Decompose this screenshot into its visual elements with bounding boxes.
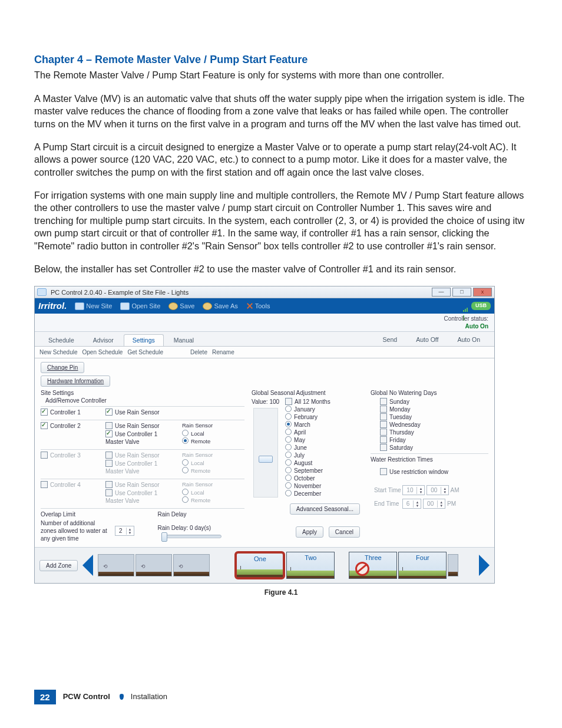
end-hour[interactable]: 6▲▼ [402, 499, 422, 509]
zone-placeholder: ⟲ [135, 554, 172, 577]
start-hour[interactable]: 10▲▼ [402, 485, 425, 495]
tab-auto-on[interactable]: Auto On [448, 334, 490, 347]
month-label: October [294, 475, 315, 482]
rain-delay-slider[interactable] [161, 535, 222, 538]
month-radio-may[interactable] [285, 436, 292, 443]
add-zone-button[interactable]: Add Zone [39, 560, 78, 571]
month-radio-june[interactable] [285, 444, 292, 450]
zone-placeholder: ⟲ [173, 554, 210, 577]
menu-open-site[interactable]: Open Site [120, 302, 160, 310]
tab-auto-off[interactable]: Auto Off [406, 334, 448, 347]
footer-section: Installation [131, 692, 167, 702]
window-titlebar: PC Control 2.0.40 - Example of Site File… [35, 286, 494, 298]
use-restriction-checkbox[interactable] [380, 468, 387, 475]
sub-rename[interactable]: Rename [212, 348, 234, 356]
use-rain-sensor-checkbox[interactable] [105, 422, 113, 429]
change-pin-button[interactable]: Change Pin [41, 362, 84, 373]
paragraph-3: A Pump Start circuit is a circuit design… [34, 141, 528, 179]
day-checkbox-friday[interactable] [380, 436, 387, 443]
zone-scroll-left[interactable] [82, 555, 93, 576]
overlap-desc: Number of additional zones allowed to wa… [41, 519, 111, 542]
footer-title: PCW Control [63, 692, 110, 702]
month-label: December [294, 490, 321, 497]
day-checkbox-monday[interactable] [380, 406, 387, 413]
zone-one[interactable]: One [234, 551, 285, 579]
minimize-button[interactable]: — [432, 288, 451, 297]
day-label: Wednesday [389, 421, 421, 428]
zone-two[interactable]: Two [286, 552, 335, 579]
all-months-checkbox[interactable] [285, 398, 292, 405]
day-checkbox-tuesday[interactable] [380, 413, 387, 420]
gsa-slider[interactable] [253, 408, 278, 498]
month-radio-december[interactable] [285, 490, 292, 496]
tab-manual[interactable]: Manual [165, 334, 203, 347]
advanced-seasonal-button[interactable]: Advanced Seasonal... [290, 503, 360, 515]
start-ampm: AM [451, 487, 459, 493]
controller-name: Controller 1 [50, 409, 81, 416]
rain-delay-title: Rain Delay [158, 510, 244, 518]
hardware-info-button[interactable]: Hardware Information [41, 375, 110, 387]
sub-get-schedule[interactable]: Get Schedule [127, 348, 163, 356]
window-title: PC Control 2.0.40 - Example of Site File… [51, 288, 189, 297]
zone-placeholder-end [448, 554, 458, 577]
tab-settings[interactable]: Settings [124, 334, 164, 347]
zone-four[interactable]: Four [398, 552, 447, 579]
apply-button[interactable]: Apply [296, 526, 323, 538]
overlap-spinner[interactable]: 2▲▼ [115, 526, 134, 536]
month-radio-january[interactable] [285, 406, 292, 412]
menu-save[interactable]: Save [168, 302, 194, 310]
brand-logo: Irritrol. [38, 300, 67, 312]
start-min[interactable]: 00▲▼ [427, 485, 449, 495]
controller-status-value: Auto On [465, 323, 488, 330]
save-as-icon [203, 302, 212, 310]
wrt-title: Water Restriction Times [371, 456, 488, 463]
menu-save-as[interactable]: Save As [203, 302, 237, 310]
controller-enable-checkbox[interactable] [41, 481, 48, 488]
month-radio-november[interactable] [285, 482, 292, 489]
tab-advisor[interactable]: Advisor [84, 334, 123, 347]
sub-open-schedule[interactable]: Open Schedule [82, 348, 123, 356]
sub-new-schedule[interactable]: New Schedule [39, 348, 77, 356]
menu-tools[interactable]: Tools [246, 302, 270, 310]
use-controller1-master-checkbox[interactable] [105, 430, 113, 437]
maximize-button[interactable]: □ [452, 288, 471, 297]
zone-three[interactable]: Three [349, 552, 397, 579]
month-label: July [294, 452, 305, 459]
day-checkbox-thursday[interactable] [380, 429, 387, 436]
day-label: Sunday [389, 398, 409, 405]
tab-schedule[interactable]: Schedule [39, 334, 83, 347]
month-label: April [294, 429, 306, 436]
tab-send[interactable]: Send [373, 334, 407, 347]
sub-delete[interactable]: Delete [190, 348, 207, 356]
day-checkbox-sunday[interactable] [380, 398, 387, 405]
add-remove-controller-label: Add/Remove Controller [45, 397, 244, 404]
month-radio-april[interactable] [285, 429, 292, 435]
use-rain-sensor-checkbox[interactable] [105, 409, 113, 416]
month-radio-august[interactable] [285, 459, 292, 466]
rain-sensor-group-label: Rain Sensor [182, 481, 235, 488]
month-radio-march[interactable] [285, 421, 292, 427]
month-radio-october[interactable] [285, 475, 292, 481]
rain-remote-radio[interactable] [182, 437, 189, 444]
month-radio-september[interactable] [285, 467, 292, 473]
new-site-icon [75, 302, 84, 310]
rain-remote-radio [182, 467, 189, 473]
day-checkbox-saturday[interactable] [380, 444, 387, 451]
end-min[interactable]: 00▲▼ [423, 499, 445, 509]
day-label: Friday [389, 437, 406, 443]
rain-local-radio[interactable] [182, 430, 189, 436]
month-radio-july[interactable] [285, 452, 292, 458]
menu-new-site[interactable]: New Site [75, 302, 112, 310]
app-window: PC Control 2.0.40 - Example of Site File… [34, 286, 495, 584]
month-radio-february[interactable] [285, 413, 292, 420]
controller-enable-checkbox[interactable] [41, 422, 48, 429]
month-label: November [294, 483, 321, 489]
zone-scroll-right[interactable] [479, 555, 490, 576]
cancel-button[interactable]: Cancel [329, 526, 360, 538]
app-icon [37, 288, 47, 296]
controller-enable-checkbox[interactable] [41, 409, 48, 416]
day-checkbox-wednesday[interactable] [380, 421, 387, 428]
close-button[interactable]: x [473, 288, 492, 297]
paragraph-5: Below, the installer has set Controller … [34, 263, 528, 275]
controller-enable-checkbox[interactable] [41, 452, 48, 459]
